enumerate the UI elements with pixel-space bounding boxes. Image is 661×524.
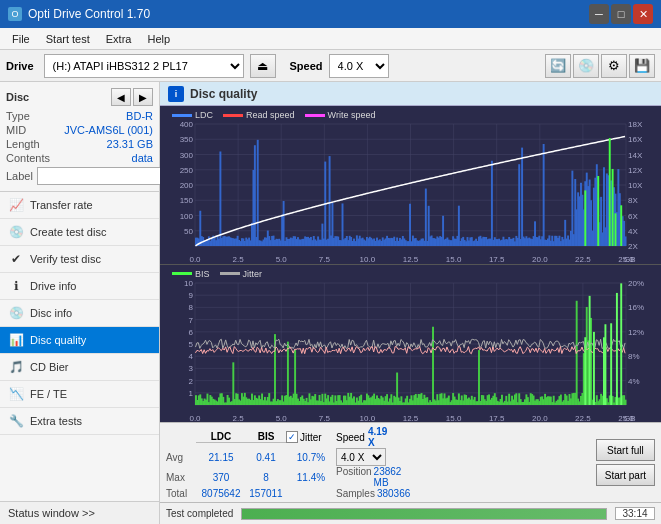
menu-help[interactable]: Help (139, 31, 178, 47)
legend-write-speed: Write speed (305, 110, 376, 120)
drive-label: Drive (6, 60, 34, 72)
max-jitter: 11.4% (286, 472, 336, 483)
disc-quality-header: i Disc quality (160, 82, 661, 106)
stats-bar: LDC BIS ✓ Jitter Speed 4.19 X Avg 21.15 … (160, 422, 661, 502)
start-full-button[interactable]: Start full (596, 439, 655, 461)
maximize-button[interactable]: □ (611, 4, 631, 24)
minimize-button[interactable]: ─ (589, 4, 609, 24)
drive-select[interactable]: (H:) ATAPI iHBS312 2 PL17 (44, 54, 244, 78)
legend-bis: BIS (172, 269, 210, 279)
transfer-rate-icon: 📈 (8, 197, 24, 213)
disc-type-value: BD-R (126, 110, 153, 122)
verify-test-disc-label: Verify test disc (30, 253, 101, 265)
progress-bar (241, 508, 607, 520)
charts-area: LDC Read speed Write speed (160, 106, 661, 422)
verify-test-disc-icon: ✔ (8, 251, 24, 267)
time-display: 33:14 (615, 507, 655, 520)
legend-ldc: LDC (172, 110, 213, 120)
speed-label: Speed (290, 60, 323, 72)
stats-ldc-header: LDC (196, 431, 246, 443)
sidebar-item-transfer-rate[interactable]: 📈 Transfer rate (0, 192, 159, 219)
legend-jitter: Jitter (220, 269, 263, 279)
app-title: Opti Drive Control 1.70 (28, 7, 150, 21)
samples-row: Samples 380366 (336, 488, 386, 499)
sidebar-item-verify-test-disc[interactable]: ✔ Verify test disc (0, 246, 159, 273)
max-bis: 8 (246, 472, 286, 483)
start-buttons: Start full Start part (596, 439, 655, 486)
menu-start-test[interactable]: Start test (38, 31, 98, 47)
nav-items: 📈 Transfer rate 💿 Create test disc ✔ Ver… (0, 192, 159, 501)
disc-label-input[interactable] (37, 167, 170, 185)
title-bar: O Opti Drive Control 1.70 ─ □ ✕ (0, 0, 661, 28)
disc-mid-value: JVC-AMS6L (001) (64, 124, 153, 136)
avg-jitter: 10.7% (286, 452, 336, 463)
disc-length-label: Length (6, 138, 40, 150)
disc-section: Disc ◀ ▶ Type BD-R MID JVC-AMS6L (001) L… (0, 82, 159, 192)
left-panel: Disc ◀ ▶ Type BD-R MID JVC-AMS6L (001) L… (0, 82, 160, 524)
cd-bier-label: CD Bier (30, 361, 69, 373)
toolbar-refresh-button[interactable]: 🔄 (545, 54, 571, 78)
toolbar-disc-button[interactable]: 💿 (573, 54, 599, 78)
legend-read-speed: Read speed (223, 110, 295, 120)
disc-quality-title: Disc quality (190, 87, 257, 101)
chart-bottom: BIS Jitter (160, 265, 661, 423)
position-val: 23862 MB (374, 466, 402, 488)
max-label: Max (166, 472, 196, 483)
fe-te-label: FE / TE (30, 388, 67, 400)
bottom-status-bar: Test completed 33:14 (160, 502, 661, 524)
avg-bis: 0.41 (246, 452, 286, 463)
disc-title: Disc (6, 91, 29, 103)
menu-file[interactable]: File (4, 31, 38, 47)
drive-info-label: Drive info (30, 280, 76, 292)
menu-extra[interactable]: Extra (98, 31, 140, 47)
speed-select[interactable]: 4.0 X (329, 54, 389, 78)
speed-select-stats[interactable]: 4.0 X (336, 448, 386, 466)
sidebar-item-extra-tests[interactable]: 🔧 Extra tests (0, 408, 159, 435)
position-row: Position 23862 MB (336, 466, 386, 488)
sidebar-item-drive-info[interactable]: ℹ Drive info (0, 273, 159, 300)
disc-type-label: Type (6, 110, 30, 122)
sidebar-item-fe-te[interactable]: 📉 FE / TE (0, 381, 159, 408)
fe-te-icon: 📉 (8, 386, 24, 402)
right-panel: i Disc quality LDC Read speed (160, 82, 661, 524)
disc-quality-icon-box: i (168, 86, 184, 102)
sidebar-item-disc-quality[interactable]: 📊 Disc quality (0, 327, 159, 354)
sidebar-item-cd-bier[interactable]: 🎵 CD Bier (0, 354, 159, 381)
app-icon: O (8, 7, 22, 21)
disc-contents-label: Contents (6, 152, 50, 164)
start-part-button[interactable]: Start part (596, 464, 655, 486)
extra-tests-label: Extra tests (30, 415, 82, 427)
create-test-disc-icon: 💿 (8, 224, 24, 240)
eject-button[interactable]: ⏏ (250, 54, 276, 78)
progress-fill (242, 509, 606, 519)
samples-val: 380366 (377, 488, 410, 499)
disc-label-label: Label (6, 170, 33, 182)
disc-mid-label: MID (6, 124, 26, 136)
disc-info-icon: 💿 (8, 305, 24, 321)
total-ldc: 8075642 (196, 488, 246, 499)
disc-quality-label: Disc quality (30, 334, 86, 346)
total-label: Total (166, 488, 196, 499)
disc-icon-2[interactable]: ▶ (133, 88, 153, 106)
disc-icon-1[interactable]: ◀ (111, 88, 131, 106)
transfer-rate-label: Transfer rate (30, 199, 93, 211)
top-chart-canvas (160, 106, 661, 264)
sidebar-item-create-test-disc[interactable]: 💿 Create test disc (0, 219, 159, 246)
stats-bis-header: BIS (246, 431, 286, 443)
disc-info-label: Disc info (30, 307, 72, 319)
create-test-disc-label: Create test disc (30, 226, 106, 238)
sidebar-item-disc-info[interactable]: 💿 Disc info (0, 300, 159, 327)
cd-bier-icon: 🎵 (8, 359, 24, 375)
max-ldc: 370 (196, 472, 246, 483)
jitter-checkbox[interactable]: ✓ Jitter (286, 431, 336, 443)
stats-speed-info: Speed 4.19 X (336, 426, 386, 448)
status-window-button[interactable]: Status window >> (0, 501, 159, 524)
toolbar-save-button[interactable]: 💾 (629, 54, 655, 78)
status-text: Test completed (166, 508, 233, 519)
avg-ldc: 21.15 (196, 452, 246, 463)
status-window-label: Status window >> (8, 507, 95, 519)
toolbar-settings-button[interactable]: ⚙ (601, 54, 627, 78)
close-button[interactable]: ✕ (633, 4, 653, 24)
extra-tests-icon: 🔧 (8, 413, 24, 429)
chart-top: LDC Read speed Write speed (160, 106, 661, 265)
